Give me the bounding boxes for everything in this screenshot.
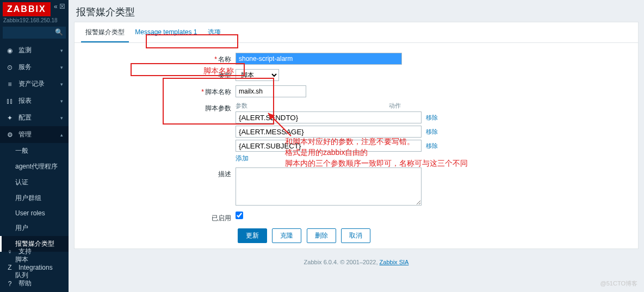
- tabs: 报警媒介类型 Message templates 1 选项: [75, 22, 638, 43]
- row-desc: 描述: [75, 167, 638, 207]
- nav-label: 报表: [18, 96, 32, 105]
- chevron-down-icon: ▾: [60, 82, 63, 87]
- remove-link[interactable]: 移除: [426, 114, 438, 122]
- update-button[interactable]: 更新: [238, 228, 267, 243]
- nav-label: 服务: [18, 63, 32, 72]
- chevron-down-icon: ▾: [60, 65, 63, 70]
- main: 报警媒介类型 报警媒介类型 Message templates 1 选项 *名称…: [69, 0, 644, 292]
- form-panel: 报警媒介类型 Message templates 1 选项 *名称 类型 脚本 …: [74, 22, 639, 249]
- nav-label: 支持: [18, 247, 32, 256]
- nav-label: 资产记录: [18, 79, 45, 89]
- nav-services[interactable]: ⊙服务▾: [0, 59, 69, 76]
- chevron-down-icon: ▾: [60, 115, 63, 121]
- tab-message-templates[interactable]: Message templates 1: [131, 23, 201, 40]
- label-name: 名称: [218, 55, 231, 63]
- nav-label: 配置: [18, 113, 32, 122]
- nav-label: Integrations: [18, 264, 53, 271]
- param-row: 移除: [236, 126, 438, 138]
- sub-auth[interactable]: 认证: [0, 175, 69, 190]
- nav-label: 帮助: [18, 279, 32, 288]
- param-row: 移除: [236, 140, 438, 152]
- bars-icon: ⫿⫿: [5, 97, 14, 105]
- desc-textarea[interactable]: [236, 167, 422, 206]
- row-name: *名称: [75, 53, 638, 65]
- remove-link[interactable]: 移除: [426, 128, 438, 136]
- sub-general[interactable]: 一般: [0, 143, 69, 159]
- add-link[interactable]: 添加: [236, 154, 249, 162]
- row-script-name: *脚本名称: [75, 85, 638, 97]
- nav-integrations[interactable]: ZIntegrations: [0, 260, 69, 275]
- nav-inventory[interactable]: ≡资产记录▾: [0, 76, 69, 92]
- nav-monitoring[interactable]: ◉监测▾: [0, 42, 69, 59]
- params-header-action: 动作: [389, 102, 401, 109]
- cancel-button[interactable]: 取消: [341, 228, 370, 243]
- search-icon[interactable]: 🔍: [55, 28, 63, 36]
- params-header-param: 参数: [236, 102, 247, 109]
- target-icon: ⊙: [5, 64, 14, 71]
- nav-support[interactable]: ♀支持: [0, 243, 69, 260]
- watermark: @51CTO博客: [600, 279, 637, 288]
- sidebar: ZABBIX « ☒ Zabbix192.168.250.18 🔍 ◉监测▾ ⊙…: [0, 0, 69, 292]
- footer: Zabbix 6.0.4. © 2001–2022, Zabbix SIA: [69, 254, 644, 270]
- label-desc: 描述: [218, 170, 231, 178]
- delete-button[interactable]: 删除: [307, 228, 336, 243]
- enabled-checkbox[interactable]: [236, 212, 243, 219]
- nav-label: 监测: [18, 46, 32, 55]
- sub-users[interactable]: 用户: [0, 220, 69, 236]
- param-input-2[interactable]: [236, 126, 422, 138]
- chevron-down-icon: ▾: [60, 98, 63, 104]
- z-icon: Z: [5, 264, 14, 271]
- footer-link[interactable]: Zabbix SIA: [380, 259, 409, 265]
- clone-button[interactable]: 克隆: [272, 228, 301, 243]
- row-type: 类型 脚本: [75, 69, 638, 81]
- help-icon: ?: [5, 280, 14, 288]
- nav-reports[interactable]: ⫿⫿报表▾: [0, 92, 69, 109]
- list-icon: ≡: [5, 80, 14, 88]
- sidebar-collapse-icon[interactable]: « ☒: [54, 3, 65, 10]
- page-title: 报警媒介类型: [69, 0, 644, 22]
- footer-text: Zabbix 6.0.4. © 2001–2022,: [304, 259, 380, 265]
- support-icon: ♀: [5, 248, 14, 256]
- sub-userroles[interactable]: User roles: [0, 206, 69, 220]
- tab-mediatype[interactable]: 报警媒介类型: [81, 22, 129, 42]
- param-row: 移除: [236, 111, 438, 123]
- label-type: 类型: [218, 72, 231, 79]
- nav-admin[interactable]: ⚙管理▴: [0, 126, 69, 143]
- brand-logo: ZABBIX: [3, 2, 51, 16]
- gear-icon: ⚙: [5, 131, 14, 139]
- label-enabled: 已启用: [212, 214, 231, 222]
- bottom-nav: ♀支持 ZIntegrations ?帮助: [0, 243, 69, 292]
- script-name-input[interactable]: [236, 85, 306, 97]
- row-params: 脚本参数 参数动作 移除 移除 移除 添加: [75, 102, 638, 163]
- eye-icon: ◉: [5, 47, 14, 54]
- wrench-icon: ✦: [5, 114, 14, 122]
- nav-label: 管理: [18, 130, 32, 139]
- param-input-1[interactable]: [236, 111, 422, 123]
- type-select[interactable]: 脚本: [236, 69, 279, 81]
- button-row: 更新 克隆 删除 取消: [238, 228, 638, 243]
- label-params: 脚本参数: [205, 104, 231, 112]
- param-input-3[interactable]: [236, 140, 422, 152]
- row-enabled: 已启用: [75, 212, 638, 223]
- search-wrap: 🔍: [0, 27, 69, 42]
- sub-agent[interactable]: agent代理程序: [0, 159, 69, 175]
- tab-options[interactable]: 选项: [203, 22, 225, 41]
- host-address: Zabbix192.168.250.18: [0, 16, 69, 27]
- chevron-up-icon: ▴: [60, 132, 63, 138]
- name-input[interactable]: [236, 53, 402, 65]
- remove-link[interactable]: 移除: [426, 142, 438, 150]
- label-script-name: 脚本名称: [205, 88, 231, 96]
- chevron-down-icon: ▾: [60, 48, 63, 53]
- nav-help[interactable]: ?帮助: [0, 275, 69, 292]
- nav-config[interactable]: ✦配置▾: [0, 109, 69, 126]
- sub-usergroups[interactable]: 用户群组: [0, 190, 69, 206]
